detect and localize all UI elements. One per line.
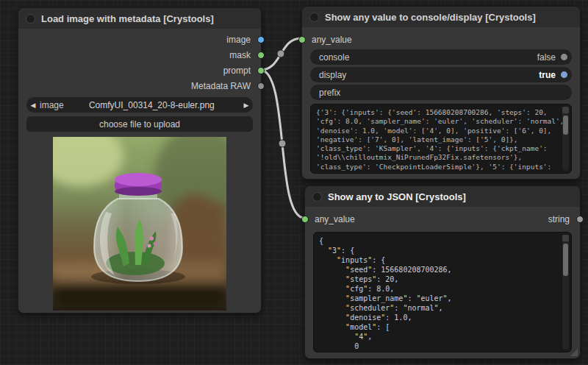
combo-label: image <box>40 100 64 110</box>
console-toggle-pin[interactable] <box>560 53 568 61</box>
node-show-any-to-json[interactable]: Show any to JSON [Crystools] any_value s… <box>304 185 581 359</box>
node-title: Show any value to console/display [Cryst… <box>325 12 536 23</box>
console-toggle-label: console <box>310 52 349 63</box>
image-file-combo[interactable]: ◀ image ComfyUI_00314_20-8-euler.png ▶ <box>26 97 253 113</box>
output-slot-image[interactable] <box>257 36 265 43</box>
input-label-any-value: any_value <box>315 213 355 225</box>
wire-midpoint-dot[interactable] <box>277 50 284 57</box>
node-title-bar[interactable]: Show any to JSON [Crystools] <box>305 186 580 207</box>
node-title-bar[interactable]: Show any value to console/display [Cryst… <box>302 7 580 27</box>
scroll-up-icon[interactable] <box>562 235 569 241</box>
image-preview <box>53 137 226 311</box>
wire-midpoint-dot[interactable] <box>279 140 286 147</box>
display-toggle[interactable]: display true <box>310 67 572 82</box>
display-toggle-pin[interactable] <box>560 71 568 79</box>
console-toggle-value: false <box>349 52 560 63</box>
prefix-field[interactable]: prefix <box>310 85 572 100</box>
combo-prev-icon[interactable]: ◀ <box>26 102 40 109</box>
jar-preview-illustration <box>53 137 226 311</box>
console-toggle[interactable]: console false <box>310 49 572 65</box>
output-label-image: image <box>162 34 251 46</box>
output-slot-string[interactable] <box>576 216 584 223</box>
scrollbar-vertical[interactable] <box>562 235 569 350</box>
scrollbar-vertical[interactable] <box>562 107 569 171</box>
node-resize-handle[interactable] <box>570 349 578 356</box>
node-title-bar[interactable]: Load image with metadata [Crystools] <box>18 8 261 29</box>
output-slot-prompt[interactable] <box>257 67 265 74</box>
combo-value[interactable]: ComfyUI_00314_20-8-euler.png <box>64 100 240 110</box>
scroll-thumb[interactable] <box>563 244 568 276</box>
scroll-up-icon[interactable] <box>562 107 569 113</box>
choose-file-button[interactable]: choose file to upload <box>26 116 253 132</box>
output-label-metadata-raw: Metadata RAW <box>162 80 251 92</box>
combo-next-icon[interactable]: ▶ <box>240 102 253 109</box>
console-output-textarea[interactable]: {'3': {'inputs': {'seed': 15668020870028… <box>310 104 572 174</box>
scroll-thumb[interactable] <box>563 116 568 135</box>
json-output-text: { "3": { "inputs": { "seed": 15668020870… <box>314 233 571 352</box>
output-label-string: string <box>496 213 570 225</box>
node-title: Show any to JSON [Crystools] <box>328 191 466 202</box>
input-slot-any-value[interactable] <box>298 36 306 43</box>
output-slot-metadata-raw[interactable] <box>257 82 265 90</box>
wire-prompt-to-console <box>260 38 301 70</box>
node-load-image-with-metadata[interactable]: Load image with metadata [Crystools] ima… <box>18 7 262 313</box>
input-slot-any-value[interactable] <box>301 216 309 223</box>
display-toggle-label: display <box>310 70 346 80</box>
wire-prompt-to-json <box>260 70 304 218</box>
node-title: Load image with metadata [Crystools] <box>41 13 214 24</box>
console-output-text: {'3': {'inputs': {'seed': 15668020870028… <box>311 104 571 174</box>
display-toggle-value: true <box>346 70 560 80</box>
collapse-dot-icon[interactable] <box>26 14 35 24</box>
input-label-any-value: any_value <box>312 34 352 46</box>
collapse-dot-icon[interactable] <box>309 13 319 22</box>
comfyui-canvas[interactable]: Load image with metadata [Crystools] ima… <box>0 0 588 365</box>
output-label-prompt: prompt <box>162 65 251 77</box>
collapse-dot-icon[interactable] <box>312 192 322 202</box>
output-slot-mask[interactable] <box>257 52 265 59</box>
output-label-mask: mask <box>162 49 251 61</box>
node-show-any-value-console[interactable]: Show any value to console/display [Cryst… <box>301 6 581 180</box>
prefix-field-label: prefix <box>310 88 340 98</box>
json-output-textarea[interactable]: { "3": { "inputs": { "seed": 15668020870… <box>313 232 572 352</box>
